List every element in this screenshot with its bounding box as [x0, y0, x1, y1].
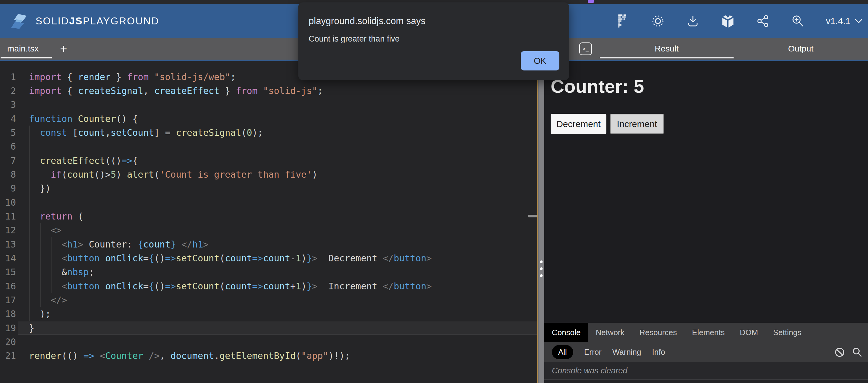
share-icon[interactable]	[756, 14, 770, 28]
console-tab-resources[interactable]: Resources	[632, 323, 684, 342]
line-number: 11	[0, 211, 16, 221]
line-number: 12	[0, 225, 16, 236]
code-line[interactable]: 7 createEffect(()=>{	[0, 153, 537, 167]
line-number: 15	[0, 267, 16, 277]
increment-button[interactable]: Increment	[610, 114, 664, 134]
console-panel: Console Network Resources Elements DOM S…	[544, 323, 868, 383]
line-number: 9	[0, 183, 16, 194]
version-label: v1.4.1	[826, 16, 850, 26]
line-number: 10	[0, 197, 16, 208]
console-tabbar: Console Network Resources Elements DOM S…	[544, 323, 868, 342]
pane-splitter-handle[interactable]	[538, 61, 544, 383]
code-line[interactable]: 15 &nbsp;	[0, 265, 537, 279]
app-title: SOLIDJS PLAYGROUND	[36, 4, 159, 38]
format-code-prettier-icon[interactable]	[616, 14, 630, 28]
code-line[interactable]: 8 if(count()>5) alert('Count is greater …	[0, 167, 537, 181]
line-number: 2	[0, 85, 16, 96]
line-number: 8	[0, 169, 16, 180]
browser-alert-dialog: playground.solidjs.com says Count is gre…	[299, 2, 569, 80]
console-tab-dom[interactable]: DOM	[732, 323, 766, 342]
result-pane: Counter: 5 Decrement Increment Console N…	[544, 61, 868, 383]
search-icon[interactable]	[852, 347, 863, 358]
line-number: 5	[0, 127, 16, 138]
line-number: 20	[0, 337, 16, 347]
theme-toggle-sun-icon[interactable]	[651, 14, 665, 28]
code-line[interactable]: 20	[0, 335, 537, 349]
line-number: 16	[0, 281, 16, 291]
filter-error[interactable]: Error	[584, 347, 601, 357]
line-number: 17	[0, 295, 16, 305]
line-number: 18	[0, 309, 16, 319]
code-line[interactable]: 18 );	[0, 307, 537, 321]
code-line[interactable]: 17 </>	[0, 293, 537, 307]
result-tab-underline	[600, 57, 734, 59]
decrement-button[interactable]: Decrement	[551, 114, 607, 134]
browser-extension-artifact	[588, 0, 594, 3]
tab-result[interactable]: Result	[600, 38, 734, 60]
code-line[interactable]: 2import { createSignal, createEffect } f…	[0, 84, 537, 98]
alert-ok-button[interactable]: OK	[521, 51, 559, 70]
line-number: 13	[0, 239, 16, 250]
playground-window: SOLIDJS PLAYGROUND	[0, 0, 868, 383]
code-line[interactable]: 6	[0, 140, 537, 153]
code-line[interactable]: 13 <h1> Counter: {count} </h1>	[0, 237, 537, 251]
solidjs-logo-icon	[9, 11, 29, 31]
code-editor[interactable]: 1import { render } from "solid-js/web";2…	[0, 61, 537, 383]
alert-message-text: Count is greater than five	[309, 34, 400, 44]
code-line[interactable]: 14 <button onClick={()=>setCount(count=>…	[0, 251, 537, 265]
active-tab-underline	[1, 57, 52, 59]
download-icon[interactable]	[686, 14, 700, 28]
console-tab-settings[interactable]: Settings	[766, 323, 809, 342]
line-number: 7	[0, 155, 16, 166]
line-number: 3	[0, 99, 16, 110]
filter-all[interactable]: All	[552, 345, 573, 359]
code-line[interactable]: 12 <>	[0, 223, 537, 237]
zoom-scale-icon[interactable]	[791, 14, 805, 28]
line-number: 1	[0, 72, 16, 82]
console-tab-console[interactable]: Console	[544, 323, 588, 342]
code-line[interactable]: 16 <button onClick={()=>setCount(count=>…	[0, 279, 537, 293]
line-number: 19	[0, 323, 16, 333]
code-line[interactable]: 11 return (	[0, 209, 537, 223]
line-number: 14	[0, 253, 16, 264]
export-codesandbox-icon[interactable]	[721, 14, 735, 28]
code-line[interactable]: 4function Counter() {	[0, 112, 537, 126]
clear-console-icon[interactable]	[834, 347, 845, 358]
console-log-row: Console was cleared	[544, 362, 868, 380]
alert-origin-text: playground.solidjs.com says	[309, 16, 426, 27]
console-cleared-message: Console was cleared	[552, 366, 627, 376]
chevron-down-icon	[855, 19, 863, 24]
code-line[interactable]: 9 })	[0, 181, 537, 196]
line-number: 6	[0, 141, 16, 152]
code-line[interactable]: 10	[0, 196, 537, 209]
splitter-dot	[540, 274, 543, 277]
version-select[interactable]: v1.4.1	[826, 16, 863, 26]
line-number: 21	[0, 350, 16, 361]
console-log-area: Console was cleared	[544, 362, 868, 383]
splitter-dot	[540, 267, 543, 270]
console-tab-elements[interactable]: Elements	[684, 323, 732, 342]
code-line[interactable]: 19}	[0, 321, 537, 335]
console-tab-network[interactable]: Network	[588, 323, 632, 342]
code-line[interactable]: 3	[0, 98, 537, 112]
code-lines[interactable]: 1import { render } from "solid-js/web";2…	[0, 70, 537, 363]
terminal-icon[interactable]: >_	[579, 42, 592, 55]
console-filterbar: All Error Warning Info	[544, 342, 868, 362]
add-file-button[interactable]: +	[56, 38, 71, 60]
filter-info[interactable]: Info	[652, 347, 665, 357]
tab-main-tsx[interactable]: main.tsx	[7, 38, 38, 60]
line-number: 4	[0, 113, 16, 124]
code-line[interactable]: 21render(() => <Counter />, document.get…	[0, 349, 537, 363]
tab-output[interactable]: Output	[734, 38, 868, 60]
filter-warning[interactable]: Warning	[613, 347, 641, 357]
code-line[interactable]: 5 const [count,setCount] = createSignal(…	[0, 126, 537, 139]
splitter-dot	[540, 260, 543, 263]
